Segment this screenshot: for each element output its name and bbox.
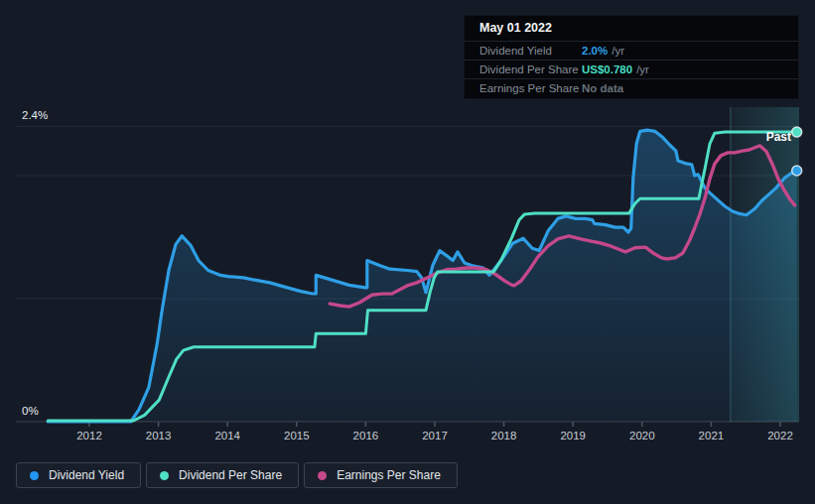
past-label: Past	[766, 130, 791, 144]
x-axis-label: 2018	[491, 430, 517, 441]
x-axis-label: 2020	[629, 430, 655, 441]
legend-item-dividend-per-share[interactable]: Dividend Per Share	[146, 462, 299, 488]
dividend-yield-area	[48, 130, 797, 422]
tooltip-label: Earnings Per Share	[465, 82, 582, 94]
x-axis-label: 2017	[422, 430, 448, 441]
tooltip-value: US$0.780	[582, 63, 632, 75]
legend-label: Earnings Per Share	[337, 468, 441, 482]
legend-label: Dividend Yield	[49, 468, 124, 482]
tooltip-value: No data	[582, 82, 623, 94]
tooltip-date: May 01 2022	[465, 16, 798, 41]
x-axis-labels: 2012201320142015201620172018201920202021…	[76, 430, 793, 441]
dividend-per-share-dot-icon	[160, 471, 169, 480]
x-axis-label: 2014	[214, 430, 240, 441]
tooltip-row-earnings-per-share: Earnings Per Share No data	[465, 78, 798, 97]
legend-item-dividend-yield[interactable]: Dividend Yield	[16, 462, 141, 488]
dividend-history-chart: { "tooltip": { "date": "May 01 2022", "r…	[0, 0, 815, 504]
x-axis-label: 2013	[146, 430, 172, 441]
legend-label: Dividend Per Share	[179, 468, 282, 482]
dividend-per-share-end-dot	[792, 127, 802, 137]
tooltip-row-dividend-per-share: Dividend Per Share US$0.780 /yr	[465, 60, 798, 78]
y-axis-max-label: 2.4%	[22, 109, 48, 121]
dividend-yield-end-dot	[792, 166, 802, 176]
x-axis-label: 2015	[284, 430, 310, 441]
tooltip-label: Dividend Per Share	[465, 63, 582, 75]
y-axis-zero-label: 0%	[22, 405, 39, 417]
tooltip-label: Dividend Yield	[465, 45, 582, 57]
past-period-band	[731, 107, 799, 422]
x-axis-label: 2019	[560, 430, 586, 441]
x-axis-label: 2021	[699, 430, 725, 441]
x-axis-label: 2022	[767, 430, 793, 441]
tooltip-value: 2.0%	[582, 45, 608, 57]
chart-legend: Dividend Yield Dividend Per Share Earnin…	[16, 462, 458, 488]
past-band-rect	[731, 107, 799, 422]
tooltip-row-dividend-yield: Dividend Yield 2.0% /yr	[465, 41, 798, 60]
tooltip-suffix: /yr	[636, 63, 649, 75]
yield-area-fill	[48, 130, 797, 422]
x-axis-label: 2016	[353, 430, 379, 441]
legend-item-earnings-per-share[interactable]: Earnings Per Share	[304, 462, 458, 488]
date-tooltip: May 01 2022 Dividend Yield 2.0% /yr Divi…	[464, 15, 799, 99]
tooltip-suffix: /yr	[611, 45, 624, 57]
dividend-yield-dot-icon	[30, 471, 39, 480]
earnings-per-share-dot-icon	[318, 471, 327, 480]
x-axis-label: 2012	[76, 430, 102, 441]
